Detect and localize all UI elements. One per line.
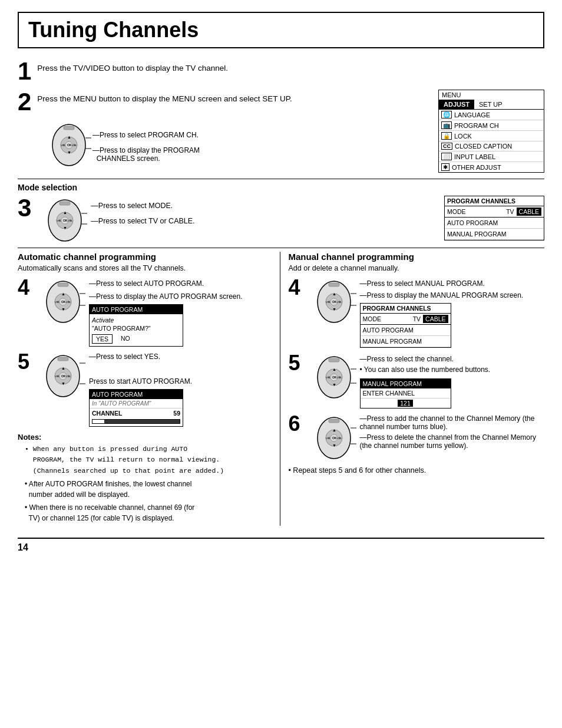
- svg-text:OK: OK: [61, 374, 66, 378]
- step5-manual-bullet: • You can also use the numbered buttons.: [360, 365, 545, 374]
- svg-text:►: ►: [67, 374, 71, 378]
- svg-rect-49: [58, 357, 68, 361]
- svg-text:►: ►: [69, 218, 73, 222]
- mode-label: MODE: [447, 208, 504, 215]
- remote-step5-manual: OK VOL VOL ▲ ▼ ◄ ►: [312, 353, 356, 400]
- menu-item-other-adjust: ✱ OTHER ADJUST: [439, 162, 544, 172]
- channel-prog-sub: In "AUTO PROGRAM": [90, 399, 183, 408]
- progress-bar: [92, 419, 180, 424]
- section-divider-channels: [18, 248, 544, 248]
- svg-text:▼: ▼: [61, 307, 65, 311]
- svg-text:▼: ▼: [61, 381, 65, 386]
- manual-prog-mode-row: MODE TV CABLE: [361, 314, 451, 325]
- svg-text:OK: OK: [61, 300, 66, 304]
- step4-auto-pointer2: —Press to display the AUTO PROGRAM scree…: [89, 292, 243, 301]
- step4-manual-num: 4: [289, 277, 308, 298]
- svg-text:▲: ▲: [63, 210, 67, 215]
- svg-text:◄: ◄: [61, 143, 65, 147]
- note-3: • When there is no receivable channel, c…: [18, 502, 274, 523]
- enter-channel-label: ENTER CHANNEL: [361, 388, 451, 398]
- menu-item-lock: 🔒 LOCK: [439, 131, 544, 141]
- svg-text:▲: ▲: [61, 366, 65, 370]
- svg-text:OK: OK: [63, 219, 68, 222]
- menu-box: MENU ADJUST SET UP 🌐 LANGUAGE 📺 PROGRAM …: [438, 90, 544, 173]
- note-1: • When any button is pressed during AUTO…: [18, 444, 274, 476]
- two-col-section: Automatic channel programming Automatica…: [18, 252, 544, 526]
- step6-manual-pointer2: —Press to delete the channel from the Ch…: [360, 433, 545, 450]
- svg-text:►: ►: [73, 143, 77, 147]
- step5-auto-pointer1: —Press to select YES.: [89, 353, 274, 361]
- svg-text:▼: ▼: [67, 150, 71, 154]
- step3-pointer1: —Press to select MODE.: [91, 202, 438, 210]
- step-3-number: 3: [18, 196, 31, 220]
- section-divider-mode: [18, 179, 544, 179]
- svg-text:►: ►: [67, 299, 71, 304]
- svg-rect-23: [59, 202, 70, 205]
- auto-program-box: AUTO PROGRAM Activate "AUTO PROGRAM?" YE…: [89, 304, 183, 347]
- channel-prog-title: AUTO PROGRAM: [90, 390, 183, 399]
- svg-text:◄: ◄: [326, 375, 330, 379]
- auto-program-row: AUTO PROGRAM: [445, 218, 544, 229]
- menu-item-input-label: ⬜ INPUT LABEL: [439, 151, 544, 162]
- manual-auto-row: AUTO PROGRAM: [361, 325, 451, 336]
- step5-manual-num: 5: [289, 353, 308, 374]
- auto-prog-italic: Activate: [92, 317, 180, 324]
- svg-text:◄: ◄: [57, 218, 61, 222]
- repeat-note: • Repeat steps 5 and 6 for other channel…: [289, 466, 545, 475]
- step2-pointer2: —Press to display the PROGRAM CHANNELS s…: [92, 146, 200, 163]
- auto-channel-subtitle: Automatically scans and stores all the T…: [18, 264, 274, 272]
- manual-prog-box-title: MANUAL PROGRAM: [361, 379, 451, 388]
- step4-auto-num: 4: [18, 277, 37, 298]
- svg-text:▼: ▼: [63, 226, 67, 230]
- page-title: Tuning Channels: [18, 12, 544, 48]
- page-number: 14: [18, 538, 544, 553]
- svg-text:◄: ◄: [326, 299, 330, 304]
- svg-text:◄: ◄: [55, 299, 59, 304]
- step4-manual-pointer1: —Press to select MANUAL PROGRAM.: [360, 279, 545, 288]
- auto-channel-header: Automatic channel programming: [18, 252, 274, 262]
- auto-prog-quote: "AUTO PROGRAM?": [92, 325, 180, 332]
- menu-item-program-ch: 📺 PROGRAM CH: [439, 120, 544, 131]
- channel-num-row: 121: [361, 398, 451, 408]
- manual-channel-section: Manual channel programming Add or delete…: [280, 252, 545, 526]
- svg-text:►: ►: [338, 375, 342, 379]
- svg-text:▲: ▲: [332, 428, 336, 432]
- note-2: • After AUTO PROGRAM finishes, the lowes…: [18, 479, 274, 500]
- step4-manual-pointer2: —Press to display the MANUAL PROGRAM scr…: [360, 291, 545, 299]
- yes-button[interactable]: YES: [92, 334, 113, 344]
- prog-channels-mode-row: MODE TV CABLE: [445, 206, 544, 218]
- svg-text:▲: ▲: [61, 292, 65, 296]
- remote-step2: OK VOL VOL ▲ ▼ ◄ ►: [47, 120, 91, 167]
- channel-prog-box: AUTO PROGRAM In "AUTO PROGRAM" CHANNEL 5…: [89, 389, 183, 427]
- svg-text:OK: OK: [67, 143, 72, 147]
- mode-selection-section: Mode selection 3 OK VOL VOL ▲ ▼ ◄ ►: [18, 183, 544, 243]
- manual-prog-channels-title: PROGRAM CHANNELS: [361, 304, 451, 314]
- svg-rect-75: [329, 358, 339, 362]
- menu-tabs: ADJUST SET UP: [439, 100, 544, 110]
- remote-step4-manual: OK VOL VOL ▲ ▼ ◄ ►: [312, 277, 356, 324]
- manual-channel-header: Manual channel programming: [289, 252, 545, 262]
- remote-step5-auto: OK VOL VOL ▲ ▼ ◄ ►: [41, 351, 85, 398]
- svg-text:OK: OK: [332, 436, 337, 440]
- svg-text:▼: ▼: [332, 383, 336, 387]
- step3-pointer2: —Press to select TV or CABLE.: [91, 217, 438, 225]
- svg-text:◄: ◄: [326, 436, 330, 440]
- prog-channels-title: PROGRAM CHANNELS: [445, 196, 544, 206]
- menu-item-language: 🌐 LANGUAGE: [439, 110, 544, 120]
- tab-setup: SET UP: [474, 100, 507, 109]
- auto-channel-section: Automatic channel programming Automatica…: [18, 252, 280, 526]
- step-1: 1 Press the TV/VIDEO button to display t…: [18, 59, 544, 84]
- remote-step3: OK VOL VOL ▲ ▼ ◄ ►: [43, 196, 87, 243]
- svg-text:▲: ▲: [332, 367, 336, 371]
- no-button[interactable]: NO: [118, 334, 133, 344]
- remote-step6-manual: OK VOL VOL ▲ ▼ ◄ ►: [312, 413, 356, 460]
- channel-row: CHANNEL 59: [90, 408, 183, 418]
- svg-text:OK: OK: [332, 300, 337, 304]
- step6-manual-pointer1: —Press to add the channel to the Channel…: [360, 414, 545, 431]
- svg-text:►: ►: [338, 299, 342, 304]
- step4-auto-pointer1: —Press to select AUTO PROGRAM.: [89, 279, 243, 288]
- step-2: 2 Press the MENU button to display the M…: [18, 90, 427, 114]
- svg-rect-10: [64, 126, 74, 130]
- cable-label: CABLE: [517, 207, 541, 216]
- auto-prog-title: AUTO PROGRAM: [90, 305, 183, 314]
